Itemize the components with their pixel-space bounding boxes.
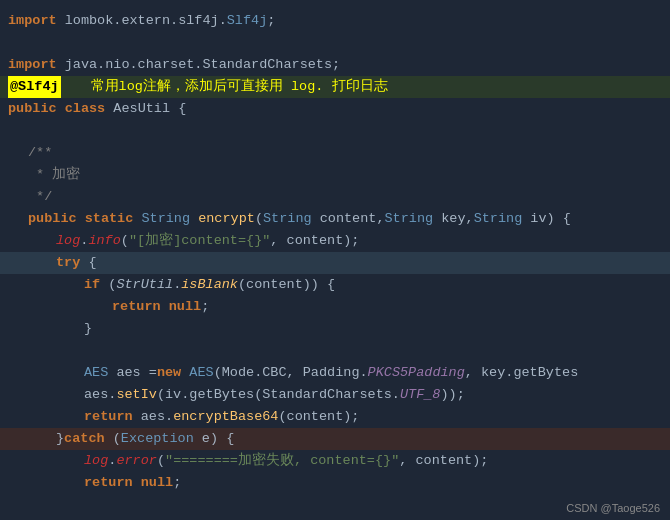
slf4j-annotation: @Slf4j: [8, 76, 61, 98]
code-line-try: try {: [0, 252, 670, 274]
code-line-class: public class AesUtil {: [0, 98, 670, 120]
empty-line-6: [0, 120, 670, 142]
code-line-return-encrypt: return aes. encryptBase64 (content);: [0, 406, 670, 428]
code-line-aes-new: AES aes = new AES (Mode.CBC, Padding.PKC…: [0, 362, 670, 384]
annotation-comment: 常用log注解，添加后可直接用 log. 打印日志: [91, 76, 388, 98]
keyword-import: import: [8, 10, 57, 32]
empty-line-inner: [0, 340, 670, 362]
code-line-javadoc-end: */: [0, 186, 670, 208]
code-line-return-null: return null ;: [0, 296, 670, 318]
code-line-close-if: }: [0, 318, 670, 340]
code-line-annotation: @Slf4j 常用log注解，添加后可直接用 log. 打印日志: [0, 76, 670, 98]
code-line-3: import java.nio.charset.StandardCharsets…: [0, 54, 670, 76]
code-line-return-null-2: return null ;: [0, 472, 670, 494]
code-line-1: import lombok.extern.slf4j.Slf4j;: [0, 10, 670, 32]
code-line-javadoc-encrypt: * 加密: [0, 164, 670, 186]
code-line-log-error: log . error ( "========加密失败, content={}"…: [0, 450, 670, 472]
code-line-setiv: aes. setIv (iv.getBytes(StandardCharsets…: [0, 384, 670, 406]
code-editor: import lombok.extern.slf4j.Slf4j; import…: [0, 0, 670, 520]
code-line-catch: } catch ( Exception e) {: [0, 428, 670, 450]
watermark: CSDN @Taoge526: [566, 502, 660, 514]
code-line-if: if ( StrUtil . isBlank (content)) {: [0, 274, 670, 296]
code-line-log-info: log . info ( "[加密]content={}" , content)…: [0, 230, 670, 252]
empty-line-2: [0, 32, 670, 54]
code-line-method-sig: public static String encrypt ( String co…: [0, 208, 670, 230]
code-line-javadoc-start: /**: [0, 142, 670, 164]
